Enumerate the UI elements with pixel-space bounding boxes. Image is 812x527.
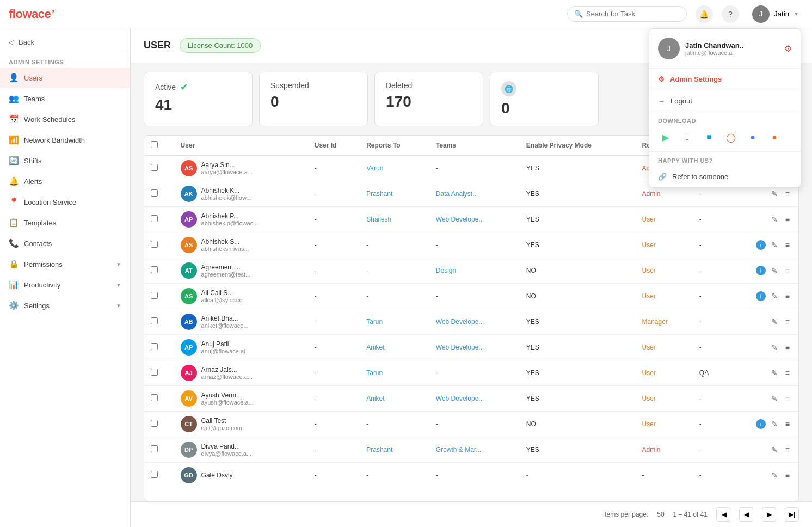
row-checkbox[interactable] (151, 266, 158, 273)
row-job: - (693, 412, 726, 437)
user-menu-button[interactable]: J Jatin ▼ (748, 3, 803, 25)
ubuntu-icon[interactable]: ◯ (723, 130, 739, 145)
row-checkbox[interactable] (151, 343, 158, 350)
row-checkbox[interactable] (151, 317, 158, 324)
windows-icon[interactable]: ■ (702, 130, 717, 145)
row-checkbox[interactable] (151, 445, 158, 452)
edit-button[interactable]: ✎ (769, 393, 780, 404)
row-checkbox[interactable] (151, 189, 158, 197)
row-checkbox[interactable] (151, 369, 158, 376)
edit-button[interactable]: ✎ (769, 240, 780, 250)
row-role: User (635, 232, 692, 258)
more-button[interactable]: ≡ (783, 240, 792, 250)
select-all-checkbox[interactable] (151, 141, 158, 148)
chrome-icon[interactable]: ● (745, 130, 760, 145)
stat-label-active: Active ✔ (155, 81, 241, 93)
edit-button[interactable]: ✎ (769, 419, 780, 430)
dropdown-user-name: Jatin Chandwan.. (685, 41, 743, 50)
pagination-prev-button[interactable]: ◀ (739, 507, 753, 522)
sidebar-item-productivity[interactable]: 📊 Productivity ▼ (0, 274, 130, 295)
row-checkbox[interactable] (151, 241, 158, 248)
sidebar-item-users[interactable]: 👤 Users (0, 68, 130, 88)
more-button[interactable]: ≡ (783, 342, 792, 353)
row-checkbox[interactable] (151, 292, 158, 299)
row-checkbox[interactable] (151, 420, 158, 427)
more-button[interactable]: ≡ (783, 367, 792, 378)
edit-button[interactable]: ✎ (769, 444, 780, 455)
user-avatar-sm: AS (181, 237, 197, 253)
dropdown-refer[interactable]: 🔗 Refer to someone (649, 166, 801, 187)
row-checkbox[interactable] (151, 394, 158, 401)
row-checkbox-cell[interactable] (144, 181, 174, 207)
row-checkbox[interactable] (151, 471, 158, 478)
sidebar-item-permissions[interactable]: 🔒 Permissions ▼ (0, 254, 130, 274)
edit-button[interactable]: ✎ (769, 188, 780, 199)
sidebar-item-work-schedules[interactable]: 📅 Work Schedules (0, 109, 130, 130)
sidebar-item-templates[interactable]: 📋 Templates (0, 212, 130, 233)
sidebar-item-shifts[interactable]: 🔄 Shifts (0, 150, 130, 171)
row-checkbox-cell[interactable] (144, 156, 174, 181)
search-task-container[interactable]: 🔍 (567, 6, 687, 22)
row-role: User (635, 284, 692, 309)
android-icon[interactable]: ▶ (658, 130, 673, 145)
notifications-button[interactable]: 🔔 (696, 5, 713, 23)
row-checkbox-cell[interactable] (144, 335, 174, 360)
info-button[interactable]: i (756, 291, 766, 301)
help-button[interactable]: ? (722, 5, 739, 23)
edit-button[interactable]: ✎ (769, 214, 780, 225)
edit-button[interactable]: ✎ (769, 291, 780, 302)
info-button[interactable]: i (756, 419, 766, 429)
more-button[interactable]: ≡ (783, 265, 792, 276)
dropdown-avatar: J (658, 38, 680, 59)
row-privacy: YES (520, 309, 636, 335)
back-button[interactable]: ◁ Back (0, 33, 130, 52)
sidebar-item-alerts[interactable]: 🔔 Alerts (0, 171, 130, 192)
pagination-last-button[interactable]: ▶| (785, 507, 799, 522)
row-checkbox-cell[interactable] (144, 463, 174, 488)
row-checkbox-cell[interactable] (144, 437, 174, 463)
edit-button[interactable]: ✎ (769, 367, 780, 378)
sidebar-item-settings[interactable]: ⚙️ Settings ▼ (0, 295, 130, 316)
apple-icon[interactable]:  (680, 130, 695, 145)
sidebar-item-teams[interactable]: 👥 Teams (0, 88, 130, 109)
row-checkbox-cell[interactable] (144, 207, 174, 232)
pagination-first-button[interactable]: |◀ (716, 507, 730, 522)
row-actions: i ✎ ≡ (726, 412, 798, 437)
row-checkbox[interactable] (151, 215, 158, 222)
search-task-input[interactable] (586, 10, 673, 18)
more-button[interactable]: ≡ (783, 214, 792, 225)
dropdown-logout[interactable]: → Logout (649, 90, 801, 112)
sidebar-item-contacts[interactable]: 📞 Contacts (0, 233, 130, 254)
row-checkbox-cell[interactable] (144, 412, 174, 437)
dropdown-admin-settings[interactable]: ⚙ Admin Settings (649, 69, 801, 90)
row-actions: ✎ ≡ (726, 437, 798, 463)
row-checkbox-cell[interactable] (144, 360, 174, 386)
edit-button[interactable]: ✎ (769, 316, 780, 327)
info-button[interactable]: i (756, 266, 766, 275)
sidebar-item-network-bandwidth[interactable]: 📶 Network Bandwidth (0, 130, 130, 150)
more-button[interactable]: ≡ (783, 316, 792, 327)
row-checkbox[interactable] (151, 164, 158, 171)
row-checkbox-cell[interactable] (144, 284, 174, 309)
info-button[interactable]: i (756, 240, 766, 250)
more-button[interactable]: ≡ (783, 393, 792, 404)
row-checkbox-cell[interactable] (144, 232, 174, 258)
more-button[interactable]: ≡ (783, 419, 792, 430)
edit-button[interactable]: ✎ (769, 342, 780, 353)
row-checkbox-cell[interactable] (144, 309, 174, 335)
row-user-id: - (308, 437, 360, 463)
dropdown-gear-icon[interactable]: ⚙ (784, 44, 792, 54)
more-button[interactable]: ≡ (783, 444, 792, 455)
pagination-next-button[interactable]: ▶ (762, 507, 776, 522)
edit-button[interactable]: ✎ (769, 265, 780, 276)
more-button[interactable]: ≡ (783, 188, 792, 199)
row-checkbox-cell[interactable] (144, 386, 174, 412)
sidebar-item-location-service[interactable]: 📍 Location Service (0, 192, 130, 212)
row-teams: Data Analyst... (429, 181, 520, 207)
more-button[interactable]: ≡ (783, 291, 792, 302)
edit-button[interactable]: ✎ (769, 470, 780, 481)
row-checkbox-cell[interactable] (144, 258, 174, 284)
firefox-icon[interactable]: ● (767, 130, 782, 145)
happy-label: HAPPY WITH US? (649, 152, 801, 166)
more-button[interactable]: ≡ (783, 470, 792, 481)
